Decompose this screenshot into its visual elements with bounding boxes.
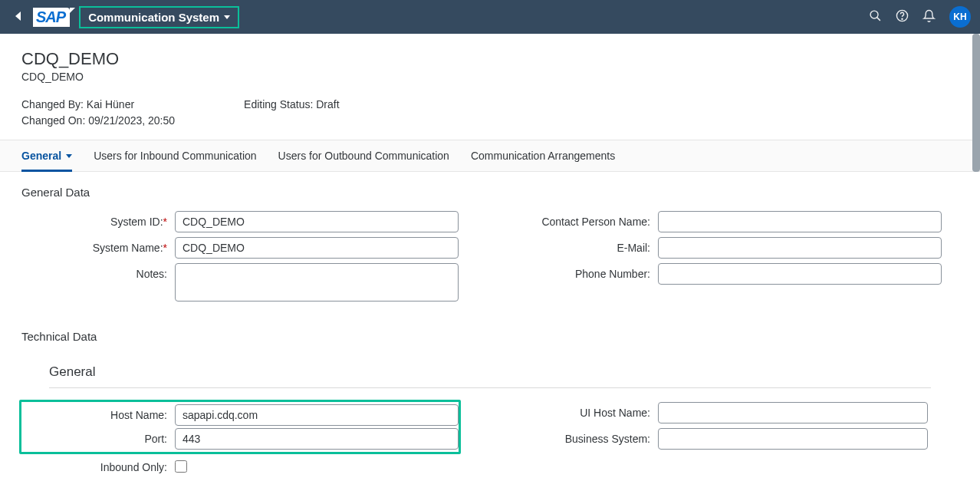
tab-general-label: General — [21, 150, 61, 162]
tab-arrangements[interactable]: Communication Arrangements — [471, 140, 615, 171]
technical-data-form: Host Name: Port: Inbound Only: UI Host N… — [21, 402, 942, 479]
editing-status-label: Editing Status: — [244, 98, 313, 110]
subsection-divider — [49, 387, 931, 388]
back-button[interactable] — [9, 6, 27, 28]
vertical-scrollbar[interactable] — [972, 34, 980, 172]
email-input[interactable] — [658, 237, 942, 259]
chevron-left-icon — [15, 12, 21, 21]
chevron-down-icon — [66, 154, 72, 158]
section-technical-data: Technical Data — [21, 330, 959, 343]
phone-label: Phone Number: — [575, 268, 650, 280]
host-name-label: Host Name: — [110, 409, 167, 421]
shell-right: KH — [869, 6, 971, 28]
svg-point-3 — [902, 18, 903, 19]
inbound-only-checkbox[interactable] — [175, 460, 187, 473]
help-icon[interactable] — [896, 9, 909, 25]
sap-logo: SAP — [33, 8, 70, 27]
notes-input[interactable] — [175, 263, 459, 302]
anchor-bar: General Users for Inbound Communication … — [0, 140, 980, 172]
notification-icon[interactable] — [922, 9, 936, 25]
svg-point-0 — [870, 11, 878, 18]
subsection-general: General — [49, 364, 959, 380]
email-label: E-Mail: — [617, 242, 650, 254]
app-title: Communication System — [88, 11, 219, 24]
search-icon[interactable] — [869, 9, 882, 25]
tab-outbound[interactable]: Users for Outbound Communication — [278, 140, 449, 171]
header-attributes: Changed By: Kai Hüner Changed On: 09/21/… — [21, 97, 959, 129]
header-col-status: Editing Status: Draft — [244, 97, 340, 129]
chevron-down-icon — [224, 15, 230, 19]
system-name-label: System Name: — [93, 242, 163, 254]
page-content: General Data System ID:* System Name:* N… — [0, 172, 980, 491]
user-avatar[interactable]: KH — [949, 6, 971, 28]
changed-by-label: Changed By: — [21, 98, 84, 110]
business-system-label: Business System: — [565, 433, 650, 445]
app-title-dropdown[interactable]: Communication System — [79, 6, 239, 28]
editing-status-value: Draft — [316, 98, 339, 110]
header-col-changed: Changed By: Kai Hüner Changed On: 09/21/… — [21, 97, 175, 129]
port-label: Port: — [144, 433, 167, 445]
notes-label: Notes: — [136, 268, 167, 280]
svg-line-1 — [877, 18, 880, 21]
tab-general[interactable]: General — [21, 140, 72, 172]
ui-host-input[interactable] — [658, 402, 928, 423]
changed-by-value: Kai Hüner — [87, 98, 134, 110]
host-name-input[interactable] — [175, 404, 459, 426]
system-id-label: System ID: — [110, 216, 163, 228]
ui-host-label: UI Host Name: — [580, 407, 650, 419]
page-title: CDQ_DEMO — [21, 49, 959, 69]
business-system-input[interactable] — [658, 428, 928, 450]
system-id-input[interactable] — [175, 211, 459, 232]
section-general-data: General Data — [21, 186, 959, 199]
system-name-input[interactable] — [175, 237, 459, 259]
phone-input[interactable] — [658, 263, 942, 285]
tab-inbound[interactable]: Users for Inbound Communication — [94, 140, 256, 171]
page-header: CDQ_DEMO CDQ_DEMO Changed By: Kai Hüner … — [0, 34, 980, 140]
shell-left: SAP Communication System — [9, 6, 239, 28]
contact-label: Contact Person Name: — [541, 216, 650, 228]
contact-input[interactable] — [658, 211, 942, 232]
port-input[interactable] — [175, 428, 459, 450]
page-subtitle: CDQ_DEMO — [21, 71, 959, 83]
shell-bar: SAP Communication System KH — [0, 0, 980, 34]
inbound-only-label: Inbound Only: — [100, 461, 167, 473]
highlighted-host-port: Host Name: Port: — [19, 400, 461, 454]
changed-on-label: Changed On: — [21, 114, 85, 127]
general-data-form: System ID:* System Name:* Notes: Contact… — [21, 211, 942, 308]
changed-on-value: 09/21/2023, 20:50 — [88, 114, 175, 127]
